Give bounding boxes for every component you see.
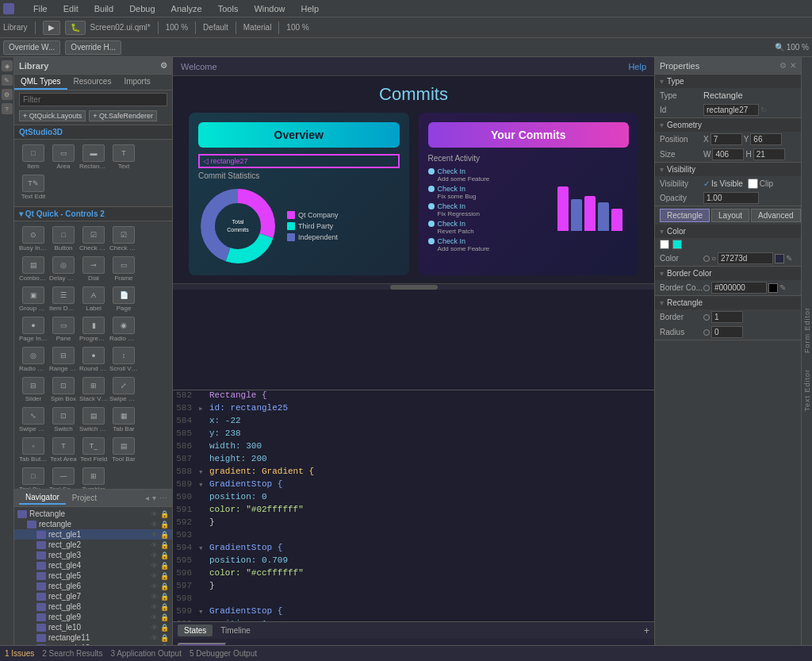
component-busy-indicator[interactable]: ⊙ Busy Indicator xyxy=(19,225,48,253)
component-page-indicator[interactable]: ● Page Indicator xyxy=(19,315,48,344)
nav-eye-icon[interactable]: 👁 xyxy=(151,582,158,590)
nav-item[interactable]: rect_gle1 👁 🔒 xyxy=(14,529,172,540)
component-radio-delegate[interactable]: ◎ Radio Delegate xyxy=(19,345,48,374)
debugger-output-status[interactable]: 5 Debugger Output xyxy=(190,649,257,658)
help-link[interactable]: Help xyxy=(628,62,646,71)
panel-options[interactable]: ⚙ xyxy=(160,61,167,70)
area-component[interactable]: ▭ Area xyxy=(49,143,78,171)
color-input[interactable] xyxy=(718,252,773,264)
component-scroll-view[interactable]: ↕ Scroll View xyxy=(109,345,138,374)
line-content[interactable]: } xyxy=(208,517,654,530)
w-input[interactable] xyxy=(712,148,744,160)
component-radio-button[interactable]: ◉ Radio Button xyxy=(109,315,138,344)
component-delay-button[interactable]: ◎ Delay Button xyxy=(49,255,78,283)
radius-input[interactable] xyxy=(711,326,743,338)
nav-lock-icon[interactable]: 🔒 xyxy=(160,531,169,539)
nav-eye-icon[interactable]: 👁 xyxy=(151,510,158,518)
add-state-button[interactable]: + xyxy=(644,625,649,636)
tab-timeline[interactable]: Timeline xyxy=(214,624,256,636)
nav-item[interactable]: rect_gle7 👁 🔒 xyxy=(14,591,172,601)
tab-navigator[interactable]: Navigator xyxy=(19,491,66,505)
line-content[interactable]: position: 0 xyxy=(208,492,654,505)
nav-eye-icon[interactable]: 👁 xyxy=(151,593,158,601)
component-progress-bar[interactable]: ▮ Progress Bar xyxy=(79,315,108,344)
component-spin-box[interactable]: ⊡ Spin Box xyxy=(49,375,78,404)
component-tool-button[interactable]: □ Tool Button xyxy=(19,466,48,489)
text-component[interactable]: T Text xyxy=(109,143,138,171)
nav-eye-icon[interactable]: 👁 xyxy=(151,521,158,528)
component-text-field[interactable]: T_ Text Field xyxy=(79,436,108,464)
tab-states[interactable]: States xyxy=(178,624,213,636)
selected-rect-indicator[interactable]: ◁ rectangle27 xyxy=(198,154,400,168)
tab-btn-rectangle[interactable]: Rectangle xyxy=(660,209,710,222)
item-component[interactable]: □ Item xyxy=(19,143,48,171)
nav-expand[interactable]: ▾ xyxy=(152,494,156,502)
app-output-status[interactable]: 3 Application Output xyxy=(173,649,182,658)
nav-lock-icon[interactable]: 🔒 xyxy=(160,593,169,601)
nav-eye-icon[interactable]: 👁 xyxy=(151,634,158,642)
component-stack-view[interactable]: ⊞ Stack View xyxy=(79,375,108,404)
nav-options[interactable]: ⋯ xyxy=(159,494,167,502)
menu-analyze[interactable]: Analyze xyxy=(168,2,205,15)
component-swipe-view[interactable]: ⤡ Swipe View xyxy=(19,405,48,434)
nav-lock-icon[interactable]: 🔒 xyxy=(160,613,169,621)
line-content[interactable]: GradientStop { xyxy=(208,543,654,555)
nav-lock-icon[interactable]: 🔒 xyxy=(160,624,169,632)
line-content[interactable]: y: 238 xyxy=(208,428,654,441)
line-content[interactable]: color: "#02ffffff" xyxy=(208,505,654,517)
line-content[interactable]: position: 0.709 xyxy=(208,555,654,568)
nav-item[interactable]: rect_gle4 👁 🔒 xyxy=(14,560,172,571)
tab-btn-advanced[interactable]: Advanced xyxy=(751,209,800,222)
nav-item[interactable]: rect_gle8 👁 🔒 xyxy=(14,601,172,612)
icon-bar-item4[interactable]: ? xyxy=(2,103,13,114)
nav-eye-icon[interactable]: 👁 xyxy=(151,603,158,611)
x-input[interactable] xyxy=(710,133,742,145)
component-frame[interactable]: ▭ Frame xyxy=(109,255,138,283)
tab-resources[interactable]: Resources xyxy=(67,75,118,90)
component-pane[interactable]: ▭ Pane xyxy=(49,315,78,344)
component-check-delegate[interactable]: ☑ Check Delegate xyxy=(109,225,138,253)
nav-lock-icon[interactable]: 🔒 xyxy=(160,551,169,559)
border-prop-input[interactable] xyxy=(711,311,743,323)
component-tab-button[interactable]: ▫ Tab Button xyxy=(19,436,48,464)
nav-eye-icon[interactable]: 👁 xyxy=(151,572,158,580)
clip-checkbox[interactable] xyxy=(748,179,758,189)
icon-bar-item[interactable]: ◈ xyxy=(2,60,13,71)
props-options[interactable]: ⚙ xyxy=(779,61,787,70)
nav-lock-icon[interactable]: 🔒 xyxy=(160,541,169,549)
form-editor-label[interactable]: Form Editor xyxy=(803,307,811,353)
nav-item[interactable]: rectangle11 👁 🔒 xyxy=(14,632,172,643)
nav-eye-icon[interactable]: 👁 xyxy=(151,562,158,570)
component-check-box[interactable]: ☑ Check Box xyxy=(79,225,108,253)
nav-lock-icon[interactable]: 🔒 xyxy=(160,521,169,528)
run-button[interactable]: ▶ xyxy=(43,21,60,35)
nav-item[interactable]: rect_gle2 👁 🔒 xyxy=(14,540,172,550)
component-slider[interactable]: ⊟ Slider xyxy=(19,375,48,404)
rectangle-component[interactable]: ▬ Rectangle xyxy=(79,143,108,171)
border-color-edit-icon[interactable]: ✎ xyxy=(779,283,786,292)
icon-bar-item2[interactable]: ✎ xyxy=(2,75,13,86)
component-tool-bar[interactable]: ▤ Tool Bar xyxy=(109,436,138,464)
props-close[interactable]: ✕ xyxy=(790,61,796,70)
override-h-button[interactable]: Override H... xyxy=(65,40,121,55)
line-content[interactable]: id: rectangle25 xyxy=(208,403,654,416)
line-content[interactable]: GradientStop { xyxy=(208,606,654,619)
component-round-button[interactable]: ● Round Button xyxy=(79,345,108,374)
line-content[interactable]: } xyxy=(208,581,654,594)
color-preview-swatch[interactable] xyxy=(775,254,784,263)
component-combo-box[interactable]: ▤ Combo Box xyxy=(19,255,48,283)
line-content[interactable]: x: -22 xyxy=(208,416,654,428)
line-content[interactable]: height: 200 xyxy=(208,454,654,467)
qtquick-layouts-button[interactable]: + QtQuick.Layouts xyxy=(19,110,86,121)
section-controls2[interactable]: ▾ Qt Quick - Controls 2 xyxy=(14,206,172,221)
component-text-area[interactable]: T Text Area xyxy=(49,436,78,464)
tab-project[interactable]: Project xyxy=(66,492,103,504)
component-swipe-delegate[interactable]: ⤢ Swipe Delegate xyxy=(109,375,138,404)
border-color-input[interactable] xyxy=(711,282,767,294)
line-content[interactable]: color: "#ccffffff" xyxy=(208,568,654,581)
menu-window[interactable]: Window xyxy=(251,2,288,15)
component-page[interactable]: 📄 Page xyxy=(109,285,138,313)
component-label[interactable]: A Label xyxy=(79,285,108,313)
nav-eye-icon[interactable]: 👁 xyxy=(151,613,158,621)
nav-eye-icon[interactable]: 👁 xyxy=(151,551,158,559)
